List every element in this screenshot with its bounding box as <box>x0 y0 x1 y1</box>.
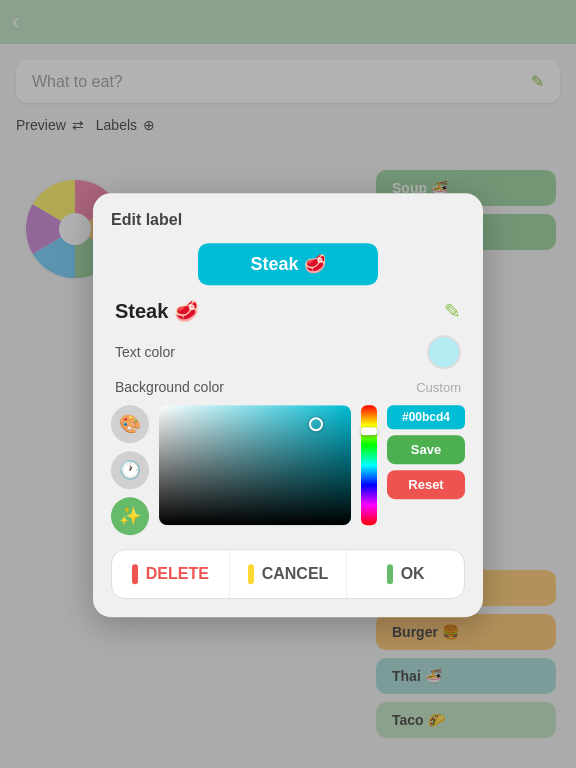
delete-button[interactable]: DELETE <box>112 550 230 598</box>
preview-pill: Steak 🥩 <box>198 243 378 285</box>
palette-button[interactable]: 🎨 <box>111 405 149 443</box>
custom-text: Custom <box>416 380 461 395</box>
action-buttons-row: DELETE CANCEL OK <box>111 549 465 599</box>
ok-button[interactable]: OK <box>347 550 464 598</box>
clock-icon: 🕐 <box>119 459 141 481</box>
ok-label: OK <box>401 565 425 583</box>
reset-button[interactable]: Reset <box>387 470 465 499</box>
label-name-word: Steak <box>115 300 168 323</box>
label-emoji: 🥩 <box>174 299 199 323</box>
gradient-selector[interactable] <box>309 417 323 431</box>
edit-label-dialog: Edit label Steak 🥩 Steak 🥩 ✎ Text color … <box>93 193 483 617</box>
right-controls: Save Reset <box>387 405 465 499</box>
preview-pill-container: Steak 🥩 <box>111 243 465 285</box>
label-name: Steak 🥩 <box>115 299 199 323</box>
palette-icon: 🎨 <box>119 413 141 435</box>
label-name-row: Steak 🥩 ✎ <box>111 299 465 323</box>
text-color-swatch[interactable] <box>427 335 461 369</box>
sparkle-button[interactable]: ✨ <box>111 497 149 535</box>
bg-color-label: Background color <box>115 379 224 395</box>
label-edit-icon[interactable]: ✎ <box>444 299 461 323</box>
color-gradient-box[interactable] <box>159 405 351 525</box>
icon-buttons-col: 🎨 🕐 ✨ <box>111 405 149 535</box>
hex-input[interactable] <box>387 405 465 429</box>
text-color-label: Text color <box>115 344 175 360</box>
color-picker-area: 🎨 🕐 ✨ Save Reset <box>111 405 465 535</box>
save-button[interactable]: Save <box>387 435 465 464</box>
dialog-title: Edit label <box>111 211 465 229</box>
cancel-label: CANCEL <box>262 565 329 583</box>
delete-label: DELETE <box>146 565 209 583</box>
hue-slider[interactable] <box>361 405 377 525</box>
clock-button[interactable]: 🕐 <box>111 451 149 489</box>
sparkle-icon: ✨ <box>119 505 141 527</box>
cancel-button[interactable]: CANCEL <box>230 550 348 598</box>
bg-color-header: Background color Custom <box>111 379 465 395</box>
hue-slider-thumb <box>361 428 377 436</box>
text-color-row: Text color <box>111 335 465 369</box>
preview-label-text: Steak 🥩 <box>250 253 325 275</box>
